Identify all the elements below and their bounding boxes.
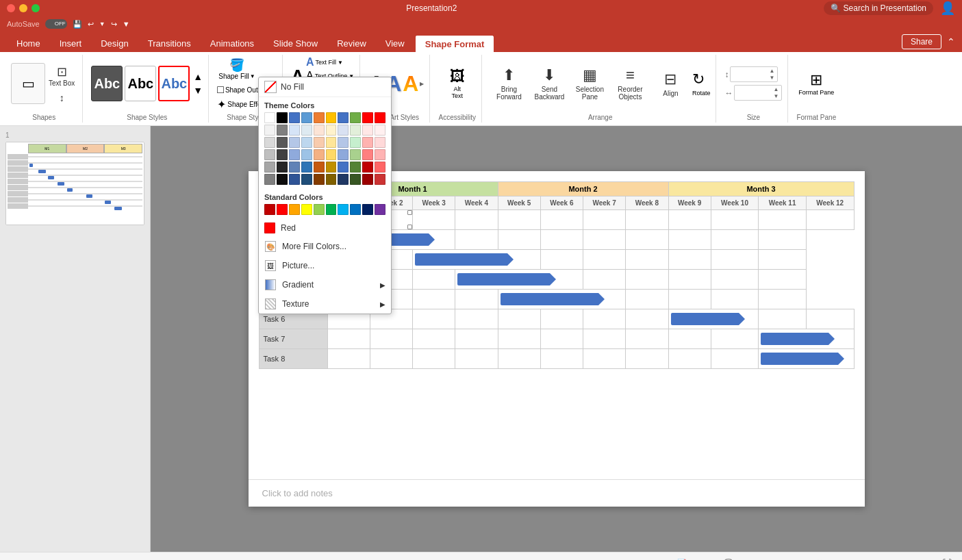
theme-color-swatch[interactable] [264,162,275,173]
theme-color-swatch[interactable] [362,174,373,185]
theme-color-swatch[interactable] [338,162,349,173]
theme-color-swatch[interactable] [326,162,337,173]
fit-to-window-button[interactable]: ⛶ [942,558,952,561]
theme-color-swatch[interactable] [264,174,275,185]
theme-color-swatch[interactable] [314,112,325,123]
styles-scroll-up[interactable]: ▲ [193,71,203,82]
theme-color-swatch[interactable] [326,125,337,136]
theme-color-swatch[interactable] [277,174,288,185]
tab-insert[interactable]: Insert [50,34,92,52]
height-down-arrow[interactable]: ▼ [769,75,774,81]
tab-slideshow[interactable]: Slide Show [264,34,327,52]
theme-color-swatch[interactable] [314,125,325,136]
alt-text-button[interactable]: 🖼 AltText [450,56,465,111]
theme-color-swatch[interactable] [277,125,288,136]
standard-color-swatch[interactable] [264,204,275,215]
theme-color-swatch[interactable] [277,149,288,160]
theme-color-swatch[interactable] [301,162,312,173]
theme-color-swatch[interactable] [338,112,349,123]
style-btn-black[interactable]: Abc [125,66,156,101]
style-btn-white[interactable]: Abc [91,66,123,101]
wordart-more-icon[interactable]: ▶ [420,81,424,87]
selection-handle-tr[interactable] [407,210,412,215]
height-up-arrow[interactable]: ▲ [769,68,774,74]
redo-icon[interactable]: ↪ [111,20,117,29]
arrange-button[interactable]: ↕ [47,90,77,105]
theme-color-swatch[interactable] [375,125,385,136]
no-fill-option[interactable]: No Fill [259,77,391,97]
theme-color-swatch[interactable] [326,137,337,148]
task8-bar-cell[interactable] [759,349,854,369]
theme-color-swatch[interactable] [350,125,361,136]
theme-color-swatch[interactable] [289,112,300,123]
width-arrows[interactable]: ▲ ▼ [773,86,779,99]
theme-color-swatch[interactable] [301,149,312,160]
ribbon-collapse-button[interactable]: ⌃ [947,36,955,47]
bring-forward-button[interactable]: ⬆ Bring Forward [490,64,528,103]
shape-fill-button[interactable]: 🪣 Shape Fill ▼ [217,56,256,81]
theme-color-swatch[interactable] [326,112,337,123]
notes-add-text[interactable]: Click to add notes [249,479,865,507]
notes-button[interactable]: 📝 Notes [673,557,713,560]
theme-color-swatch[interactable] [289,137,300,148]
task3-bar-cell[interactable] [413,250,541,270]
theme-color-swatch[interactable] [264,112,275,123]
theme-color-swatch[interactable] [338,149,349,160]
theme-color-swatch[interactable] [289,149,300,160]
theme-color-swatch[interactable] [362,137,373,148]
theme-color-swatch[interactable] [301,137,312,148]
send-backward-button[interactable]: ⬇ Send Backward [531,64,568,103]
autosave-toggle[interactable] [45,19,67,29]
texture-option[interactable]: Texture ▶ [259,294,391,314]
text-fill-dropdown[interactable]: ▼ [338,60,343,66]
task4-bar-cell[interactable] [455,270,583,290]
tab-home[interactable]: Home [7,34,50,52]
task5-bar[interactable] [501,293,599,305]
gradient-option[interactable]: Gradient ▶ [259,275,391,294]
customize-qa-icon[interactable]: ▼ [123,20,130,28]
theme-color-swatch[interactable] [326,149,337,160]
zoom-in-button[interactable]: + [912,558,917,561]
theme-color-swatch[interactable] [277,137,288,148]
theme-color-swatch[interactable] [375,174,385,185]
text-fill-button[interactable]: A Text Fill ▼ [306,56,354,68]
standard-color-swatch[interactable] [362,204,373,215]
theme-color-swatch[interactable] [350,149,361,160]
undo-icon[interactable]: ↩ [88,20,94,29]
theme-color-swatch[interactable] [314,149,325,160]
styles-scroll-down[interactable]: ▼ [193,85,203,96]
rotate-button[interactable]: ↻ Rotate [692,71,711,97]
theme-color-swatch[interactable] [338,125,349,136]
task7-bar[interactable] [761,333,828,345]
width-input[interactable]: 1.67" [737,89,772,97]
theme-color-swatch[interactable] [289,162,300,173]
standard-color-swatch[interactable] [289,204,300,215]
theme-color-swatch[interactable] [375,162,385,173]
picture-option[interactable]: 🖼 Picture... [259,256,391,275]
theme-color-swatch[interactable] [264,149,275,160]
task6-bar-cell[interactable] [668,309,759,329]
shape-fill-dropdown-icon[interactable]: ▼ [250,73,255,79]
theme-color-swatch[interactable] [277,162,288,173]
standard-color-swatch[interactable] [375,204,385,215]
tab-shape-format[interactable]: Shape Format [414,34,496,52]
slide-thumbnail[interactable]: M1 M2 M3 [5,142,144,225]
theme-color-swatch[interactable] [338,174,349,185]
theme-color-swatch[interactable] [289,174,300,185]
theme-color-swatch[interactable] [314,162,325,173]
more-fill-colors-option[interactable]: 🎨 More Fill Colors... [259,237,391,256]
style-btn-colored[interactable]: Abc [158,66,190,101]
theme-color-swatch[interactable] [362,112,373,123]
search-bar[interactable]: 🔍 Search in Presentation [824,1,933,15]
standard-color-swatch[interactable] [314,204,325,215]
theme-color-swatch[interactable] [326,174,337,185]
width-up-arrow[interactable]: ▲ [773,86,779,92]
share-button[interactable]: Share [902,34,941,49]
theme-color-swatch[interactable] [350,112,361,123]
red-color-item[interactable]: Red [259,219,391,237]
standard-color-swatch[interactable] [326,204,337,215]
selection-pane-button[interactable]: ▦ Selection Pane [571,64,609,103]
reading-view-button[interactable]: 📖 [812,557,826,561]
theme-color-swatch[interactable] [301,112,312,123]
minimize-button[interactable] [19,4,27,12]
